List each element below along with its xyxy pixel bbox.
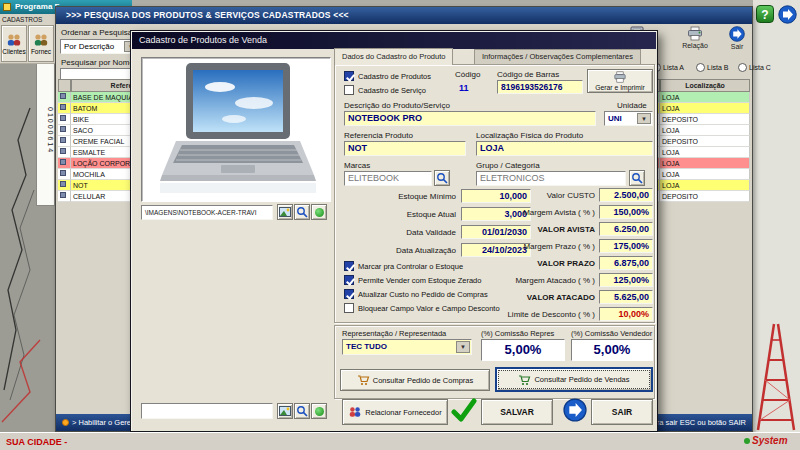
codigo-label: Código bbox=[455, 70, 480, 80]
valor-atacado-field[interactable]: 5.625,00 bbox=[599, 290, 653, 304]
dialog-titlebar[interactable]: Cadastro de Produtos de Venda bbox=[132, 32, 656, 49]
image-path-input[interactable]: \IMAGENS\NOTEBOOK-ACER-TRAVI bbox=[141, 205, 273, 220]
magnifier-icon bbox=[631, 172, 643, 184]
valor-avista-field[interactable]: 6.250,00 bbox=[599, 222, 653, 236]
product-image-box bbox=[141, 57, 331, 202]
margem-prazo-field[interactable]: 175,00% bbox=[599, 239, 653, 253]
sair-dialog-button[interactable]: SAIR bbox=[591, 399, 653, 425]
cadastros-menu[interactable]: CADASTROS bbox=[2, 15, 42, 25]
open-image2-button[interactable] bbox=[277, 403, 293, 419]
grupo-field[interactable]: ELETRONICOS bbox=[476, 171, 626, 186]
order-combobox[interactable]: Por Descrição bbox=[60, 39, 140, 54]
help-icon[interactable] bbox=[756, 5, 774, 23]
localizacao-field[interactable]: LOJA bbox=[476, 141, 653, 156]
marcas-field[interactable]: ELITEBOOK bbox=[344, 171, 432, 186]
valor-custo-field[interactable]: 2.500,00 bbox=[599, 188, 653, 202]
fornecedores-button[interactable]: Fornec bbox=[28, 25, 54, 62]
grupo-search-button[interactable] bbox=[629, 170, 645, 186]
product-icon bbox=[60, 170, 66, 176]
descricao-field[interactable]: NOTEBOOK PRO bbox=[344, 111, 596, 126]
marcas-search-button[interactable] bbox=[434, 170, 450, 186]
salvar-button[interactable]: SALVAR bbox=[481, 399, 553, 425]
vender-zerado-checkbox[interactable]: Permite Vender com Estoque Zerado bbox=[344, 275, 481, 287]
valor-prazo-field[interactable]: 6.875,00 bbox=[599, 256, 653, 270]
checkbox-icon bbox=[344, 289, 354, 299]
margem-atacado-field[interactable]: 125,00% bbox=[599, 273, 653, 287]
green-dot-icon bbox=[315, 407, 324, 416]
tab-dados[interactable]: Dados do Cadastro do Produto bbox=[334, 48, 453, 65]
descricao-label: Descrição do Produto/Serviço bbox=[344, 101, 450, 111]
search-window-titlebar[interactable]: >>> PESQUISA DOS PRODUTOS & SERVIÇOS CAD… bbox=[56, 7, 752, 24]
confirm-image2-button[interactable] bbox=[311, 403, 327, 419]
statusbar: SUA CIDADE - System bbox=[0, 432, 800, 450]
footer-hint-right: Para sair ESC ou botão SAIR bbox=[648, 418, 746, 427]
representacao-combobox[interactable]: TEC TUDO bbox=[342, 339, 472, 355]
product-icon bbox=[60, 115, 66, 121]
people-icon bbox=[6, 33, 22, 47]
margem-avista-field[interactable]: 150,00% bbox=[599, 205, 653, 219]
tab-info[interactable]: Informações / Observações Complementares bbox=[474, 49, 641, 64]
barras-field[interactable]: 8196193526176 bbox=[497, 80, 583, 94]
relacao-button[interactable]: Relação bbox=[674, 26, 716, 49]
product-icon bbox=[60, 181, 66, 187]
check-icon bbox=[451, 397, 477, 423]
servico-checkbox[interactable]: Cadastro de Serviço bbox=[344, 85, 426, 97]
gerar-imprimir-button[interactable]: Gerar e Imprimir bbox=[587, 69, 653, 93]
printer-icon bbox=[613, 71, 627, 83]
valor-prazo-label: VALOR PRAZO bbox=[479, 259, 595, 269]
consultar-compras-button[interactable]: Consultar Pedido de Compras bbox=[340, 369, 490, 391]
table-header-icon[interactable] bbox=[58, 79, 71, 92]
zoom-image-button[interactable] bbox=[294, 204, 310, 220]
program-title: Programa F bbox=[15, 2, 59, 11]
product-icon bbox=[60, 93, 66, 99]
radio-icon bbox=[696, 63, 705, 72]
comissao-repres-label: (%) Comissão Repres bbox=[481, 329, 554, 339]
magnifier-icon bbox=[436, 172, 448, 184]
produtos-checkbox[interactable]: Cadastro de Produtos bbox=[344, 71, 431, 83]
confirm-image-button[interactable] bbox=[311, 204, 327, 220]
product-photo bbox=[148, 61, 324, 199]
exit-icon bbox=[729, 26, 745, 42]
cart-icon bbox=[518, 374, 531, 386]
people-icon bbox=[33, 33, 49, 47]
data-validade-label: Data Validade bbox=[362, 228, 456, 238]
checkbox-icon bbox=[344, 303, 354, 313]
controlar-estoque-checkbox[interactable]: Marcar pra Controlar o Estoque bbox=[344, 261, 463, 273]
consultar-vendas-button[interactable]: Consultar Pedido de Vendas bbox=[495, 367, 653, 392]
unidade-combobox[interactable]: UNI bbox=[604, 111, 653, 126]
codigo-value: 11 bbox=[459, 83, 469, 93]
clientes-button[interactable]: Clientes bbox=[1, 25, 27, 62]
limite-desconto-field[interactable]: 10,00% bbox=[599, 307, 653, 321]
table-header-localizacao[interactable]: Localização bbox=[660, 79, 750, 92]
sair-window-button[interactable]: Sair bbox=[722, 26, 752, 50]
zoom-image2-button[interactable] bbox=[294, 403, 310, 419]
search-name-label: Pesquisar por Nome bbox=[61, 58, 134, 68]
bloquear-campo-checkbox[interactable]: Bloquear Campo Valor e Campo Desconto bbox=[344, 303, 500, 315]
product-loc-cell: DEPOSITO bbox=[660, 191, 750, 202]
app-icon bbox=[3, 3, 11, 11]
relacionar-fornecedor-button[interactable]: Relacionar Fornecedor bbox=[342, 399, 448, 425]
exit-app-icon[interactable] bbox=[778, 5, 797, 24]
margem-atacado-label: Margem Atacado ( % ) bbox=[479, 276, 595, 286]
desktop: { "app": { "window_title": "Programa F",… bbox=[0, 0, 800, 450]
printer-icon bbox=[687, 26, 703, 41]
comissao-repres-field[interactable]: 5,00% bbox=[481, 339, 565, 361]
product-loc-cell: DEPOSITO bbox=[660, 114, 750, 125]
radio-icon bbox=[738, 63, 747, 72]
product-icon bbox=[60, 192, 66, 198]
product-icon bbox=[60, 137, 66, 143]
open-image-button[interactable] bbox=[277, 204, 293, 220]
referencia-label: Referencia Produto bbox=[344, 131, 413, 141]
referencia-field[interactable]: NOT bbox=[344, 141, 466, 156]
localizacao-label: Localização Física do Produto bbox=[476, 131, 583, 141]
exit-icon bbox=[563, 398, 587, 422]
atualizar-custo-checkbox[interactable]: Atualizar Custo no Pedido de Compras bbox=[344, 289, 488, 301]
lista-b-radio[interactable]: Lista B bbox=[696, 62, 728, 74]
secondary-image-input[interactable] bbox=[141, 403, 273, 419]
product-loc-cell: LOJA bbox=[660, 180, 750, 191]
representacao-label: Representação / Representada bbox=[342, 329, 446, 339]
product-loc-cell: DEPOSITO bbox=[660, 136, 750, 147]
lista-c-radio[interactable]: Lista C bbox=[738, 62, 771, 74]
comissao-vendedor-field[interactable]: 5,00% bbox=[571, 339, 653, 361]
valor-custo-label: Valor CUSTO bbox=[479, 191, 595, 201]
